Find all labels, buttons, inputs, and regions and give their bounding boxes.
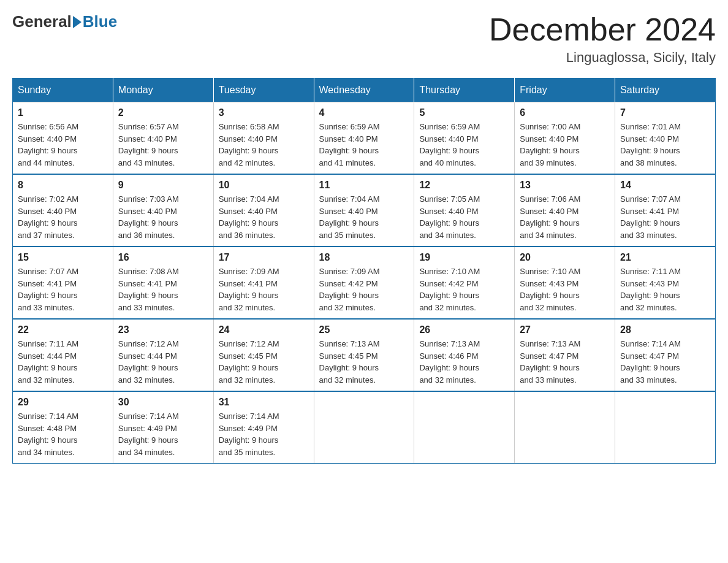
day-info: Sunrise: 7:01 AMSunset: 4:40 PMDaylight:… [620,121,710,169]
sunset-text: Sunset: 4:40 PM [18,134,77,144]
day-number: 28 [620,324,710,335]
calendar-cell: 8Sunrise: 7:02 AMSunset: 4:40 PMDaylight… [13,174,113,247]
sunrise-text: Sunrise: 7:14 AM [18,412,78,421]
calendar-week-row: 1Sunrise: 6:56 AMSunset: 4:40 PMDaylight… [13,102,716,175]
sunrise-text: Sunrise: 7:10 AM [419,267,480,276]
sunset-text: Sunset: 4:43 PM [620,279,679,288]
sunset-text: Sunset: 4:40 PM [219,134,278,144]
day-number: 9 [118,180,208,191]
calendar-cell: 23Sunrise: 7:12 AMSunset: 4:44 PMDayligh… [113,319,213,391]
calendar-cell: 17Sunrise: 7:09 AMSunset: 4:41 PMDayligh… [213,247,314,319]
sunrise-text: Sunrise: 7:04 AM [319,194,380,204]
sunrise-text: Sunrise: 7:09 AM [219,267,279,276]
day-number: 2 [118,107,208,118]
day-info: Sunrise: 7:07 AMSunset: 4:41 PMDaylight:… [620,193,710,241]
daylight-text: Daylight: 9 hours [620,291,680,300]
calendar-week-row: 8Sunrise: 7:02 AMSunset: 4:40 PMDaylight… [13,174,716,247]
sunset-text: Sunset: 4:41 PM [18,279,77,288]
daylight-text: Daylight: 9 hours [118,146,178,155]
daylight-text: Daylight: 9 hours [118,218,178,228]
calendar-cell: 24Sunrise: 7:12 AMSunset: 4:45 PMDayligh… [213,319,314,391]
daylight-text2: and 33 minutes. [620,231,677,240]
day-info: Sunrise: 7:05 AMSunset: 4:40 PMDaylight:… [419,193,509,241]
sunset-text: Sunset: 4:40 PM [419,134,478,144]
calendar-cell: 6Sunrise: 7:00 AMSunset: 4:40 PMDaylight… [515,102,615,175]
day-number: 17 [219,252,309,263]
sunset-text: Sunset: 4:47 PM [620,351,679,361]
day-number: 22 [18,324,108,335]
sunset-text: Sunset: 4:44 PM [118,351,177,361]
sunset-text: Sunset: 4:44 PM [18,351,77,361]
calendar-week-row: 29Sunrise: 7:14 AMSunset: 4:48 PMDayligh… [13,391,716,464]
logo: General Blue [12,12,117,31]
day-number: 8 [18,180,108,191]
day-info: Sunrise: 7:11 AMSunset: 4:44 PMDaylight:… [18,338,108,386]
sunset-text: Sunset: 4:40 PM [520,134,578,144]
daylight-text: Daylight: 9 hours [18,435,78,445]
sunset-text: Sunset: 4:41 PM [620,207,679,216]
daylight-text: Daylight: 9 hours [520,146,580,155]
calendar-cell [314,391,414,464]
day-info: Sunrise: 7:04 AMSunset: 4:40 PMDaylight:… [219,193,309,241]
calendar-header-row: SundayMondayTuesdayWednesdayThursdayFrid… [13,79,716,102]
day-header-sunday: Sunday [13,79,113,102]
sunrise-text: Sunrise: 7:12 AM [219,339,279,348]
sunrise-text: Sunrise: 7:07 AM [620,194,681,204]
day-number: 24 [219,324,309,335]
sunrise-text: Sunrise: 7:12 AM [118,339,179,348]
sunrise-text: Sunrise: 7:13 AM [520,339,580,348]
sunrise-text: Sunrise: 7:01 AM [620,122,681,131]
sunrise-text: Sunrise: 6:59 AM [319,122,380,131]
daylight-text: Daylight: 9 hours [520,291,580,300]
daylight-text2: and 44 minutes. [18,158,75,167]
day-info: Sunrise: 7:14 AMSunset: 4:49 PMDaylight:… [219,410,309,458]
daylight-text: Daylight: 9 hours [319,218,379,228]
daylight-text2: and 32 minutes. [620,303,677,312]
sunset-text: Sunset: 4:43 PM [520,279,578,288]
day-number: 14 [620,180,710,191]
calendar-cell: 20Sunrise: 7:10 AMSunset: 4:43 PMDayligh… [515,247,615,319]
sunset-text: Sunset: 4:40 PM [18,207,77,216]
sunset-text: Sunset: 4:45 PM [219,351,278,361]
sunrise-text: Sunrise: 7:14 AM [620,339,681,348]
sunset-text: Sunset: 4:42 PM [419,279,478,288]
daylight-text2: and 40 minutes. [419,158,476,167]
daylight-text: Daylight: 9 hours [118,435,178,445]
calendar-cell: 22Sunrise: 7:11 AMSunset: 4:44 PMDayligh… [13,319,113,391]
day-number: 20 [520,252,610,263]
sunrise-text: Sunrise: 7:04 AM [219,194,279,204]
day-number: 13 [520,180,610,191]
day-info: Sunrise: 7:00 AMSunset: 4:40 PMDaylight:… [520,121,610,169]
daylight-text: Daylight: 9 hours [118,363,178,372]
calendar-cell: 15Sunrise: 7:07 AMSunset: 4:41 PMDayligh… [13,247,113,319]
daylight-text: Daylight: 9 hours [18,291,78,300]
day-number: 15 [18,252,108,263]
daylight-text: Daylight: 9 hours [219,363,279,372]
daylight-text: Daylight: 9 hours [18,146,78,155]
day-number: 5 [419,107,509,118]
day-info: Sunrise: 7:14 AMSunset: 4:47 PMDaylight:… [620,338,710,386]
sunrise-text: Sunrise: 7:11 AM [620,267,681,276]
day-info: Sunrise: 7:12 AMSunset: 4:44 PMDaylight:… [118,338,208,386]
daylight-text: Daylight: 9 hours [18,363,78,372]
sunrise-text: Sunrise: 7:13 AM [319,339,380,348]
day-number: 23 [118,324,208,335]
day-info: Sunrise: 7:11 AMSunset: 4:43 PMDaylight:… [620,266,710,313]
day-number: 19 [419,252,509,263]
sunset-text: Sunset: 4:40 PM [620,134,679,144]
calendar-cell: 26Sunrise: 7:13 AMSunset: 4:46 PMDayligh… [414,319,515,391]
day-info: Sunrise: 6:59 AMSunset: 4:40 PMDaylight:… [419,121,509,169]
calendar-cell: 28Sunrise: 7:14 AMSunset: 4:47 PMDayligh… [615,319,716,391]
day-number: 25 [319,324,409,335]
sunrise-text: Sunrise: 7:03 AM [118,194,179,204]
day-number: 10 [219,180,309,191]
sunrise-text: Sunrise: 6:58 AM [219,122,279,131]
day-info: Sunrise: 7:02 AMSunset: 4:40 PMDaylight:… [18,193,108,241]
calendar-cell: 18Sunrise: 7:09 AMSunset: 4:42 PMDayligh… [314,247,414,319]
sunrise-text: Sunrise: 6:57 AM [118,122,179,131]
daylight-text: Daylight: 9 hours [620,218,680,228]
sunrise-text: Sunrise: 7:14 AM [118,412,179,421]
daylight-text: Daylight: 9 hours [520,218,580,228]
day-info: Sunrise: 7:10 AMSunset: 4:42 PMDaylight:… [419,266,509,313]
logo-general-text: General [12,12,72,31]
